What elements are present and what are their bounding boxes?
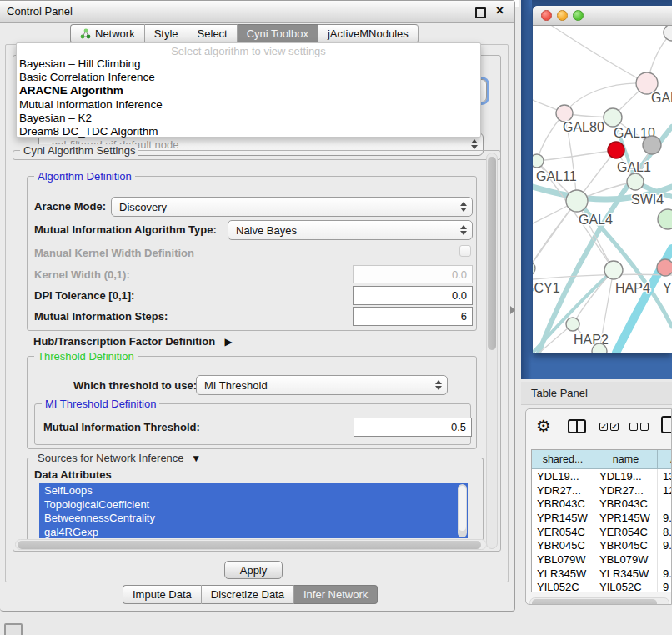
attribute-item-gal4rgexp[interactable]: gal4RGexp — [39, 525, 468, 538]
deselect-all-icon[interactable] — [629, 422, 638, 431]
network-node-swi4[interactable] — [627, 173, 644, 190]
column-header-shared[interactable]: shared... — [532, 450, 594, 468]
minimize-traffic-light-icon[interactable] — [557, 10, 568, 21]
dropdown-item-basic-correlation-inference[interactable]: Basic Correlation Inference — [17, 71, 480, 84]
attribute-item-selfloops[interactable]: SelfLoops — [39, 483, 468, 498]
apply-button[interactable]: Apply — [224, 561, 283, 579]
network-node-gal10[interactable] — [604, 108, 622, 127]
tab-label: Cyni Toolbox — [247, 28, 308, 40]
dpi-tolerance-field[interactable]: 0.0 — [353, 286, 473, 305]
network-node-gcy1[interactable] — [533, 262, 535, 275]
network-node-gal80[interactable] — [556, 105, 573, 122]
algorithm-dropdown-list: Select algorithm to view settings Bayesi… — [16, 42, 481, 138]
table-cell: YDR27... — [532, 483, 594, 498]
network-node-y[interactable] — [657, 259, 672, 276]
tab-select[interactable]: Select — [188, 24, 238, 43]
tab-network[interactable]: Network — [70, 24, 145, 43]
split-pane-handle-icon[interactable] — [510, 306, 515, 314]
table-cell: YBR043C — [532, 497, 594, 511]
network-node[interactable] — [592, 343, 607, 352]
scrollbar-thumb[interactable] — [459, 486, 466, 531]
which-threshold-combo[interactable]: MI Threshold — [196, 375, 448, 395]
table-cell: YBR045C — [532, 538, 594, 552]
settings-vertical-scrollbar[interactable] — [486, 152, 498, 549]
network-canvas[interactable]: GALGAL80GAL10GAL11GAL1SWI4GAL4GCY1HAP4YH… — [533, 26, 672, 352]
threshold-definition-group: Threshold Definition Which threshold to … — [27, 356, 477, 449]
dropdown-item-bayesian-hill-climbing[interactable]: Bayesian – Hill Climbing — [17, 58, 480, 71]
settings-horizontal-scrollbar[interactable] — [15, 539, 487, 550]
dropdown-item-bayesian-k2[interactable]: Bayesian – K2 — [17, 112, 480, 125]
combo-stepper-icon — [469, 138, 479, 150]
tab-discretize-data[interactable]: Discretize Data — [202, 585, 294, 604]
table-toolbar: ⚙ ✓ ✓ — [526, 409, 671, 446]
deselect-all-icon[interactable] — [640, 422, 649, 431]
attribute-item-topologicalcoefficient[interactable]: TopologicalCoefficient — [39, 498, 468, 512]
group-title: MI Threshold Definition — [42, 398, 159, 410]
table-horizontal-scrollbar[interactable] — [529, 598, 669, 605]
select-all-icon[interactable]: ✓ — [610, 422, 619, 431]
kernel-width-field[interactable]: 0.0 — [353, 265, 473, 283]
network-node[interactable] — [658, 209, 672, 229]
zoom-traffic-light-icon[interactable] — [573, 10, 584, 21]
scrollbar-thumb[interactable] — [18, 541, 481, 549]
expand-right-icon: ▶ — [225, 336, 233, 348]
float-window-icon[interactable] — [475, 8, 486, 18]
table-row[interactable]: YLR345WYLR345W9. — [532, 567, 672, 581]
split-columns-icon[interactable] — [568, 419, 586, 433]
table-row[interactable]: YBL079WYBL079W — [532, 552, 672, 567]
network-node-gal4[interactable] — [566, 190, 588, 212]
collapse-down-icon[interactable]: ▼ — [191, 452, 201, 464]
column-header-name[interactable]: name — [594, 450, 658, 468]
attributes-list-scrollbar[interactable] — [458, 484, 467, 538]
table-row[interactable]: YDR27...YDR27...12 — [532, 483, 672, 498]
corner-widget-button[interactable] — [4, 623, 23, 635]
network-node-hap4[interactable] — [604, 261, 623, 279]
close-icon[interactable]: ✕ — [495, 4, 504, 17]
tab-jactivemnodules[interactable]: jActiveMNodules — [318, 24, 419, 43]
column-header-a[interactable]: A — [658, 450, 672, 468]
table-cell: 8. — [658, 525, 672, 539]
select-all-icon[interactable]: ✓ — [599, 422, 608, 431]
table-row[interactable]: YIL052CYIL052C9 — [532, 581, 672, 593]
network-node[interactable] — [664, 26, 672, 41]
mi-threshold-field[interactable]: 0.5 — [354, 418, 472, 437]
mi-type-combo[interactable]: Naive Bayes — [228, 220, 473, 240]
node-label: GAL1 — [617, 160, 651, 174]
table-row[interactable]: YBR045CYBR045C9. — [532, 538, 672, 552]
manual-kernel-checkbox[interactable] — [459, 245, 471, 257]
network-node-hap2[interactable] — [566, 318, 579, 331]
data-attributes-label: Data Attributes — [34, 468, 112, 481]
table-cell: YBL079W — [594, 552, 658, 567]
mi-steps-field[interactable]: 6 — [353, 307, 473, 326]
hub-tf-definition-toggle[interactable]: Hub/Transcription Factor Definition ▶ — [33, 333, 233, 348]
dropdown-item-mutual-information-inference[interactable]: Mutual Information Inference — [17, 98, 480, 112]
network-edge — [537, 150, 616, 161]
tab-impute-data[interactable]: Impute Data — [123, 585, 202, 604]
scrollbar-thumb[interactable] — [488, 157, 496, 350]
aracne-mode-combo[interactable]: Discovery — [111, 197, 473, 217]
scrollbar-thumb[interactable] — [532, 599, 657, 605]
tab-label: Select — [198, 28, 228, 40]
dropdown-item-dream8-dc-tdc-algorithm[interactable]: Dream8 DC_TDC Algorithm — [17, 125, 480, 138]
which-threshold-label: Which threshold to use: — [73, 379, 197, 392]
table-row[interactable]: YPR145WYPR145W9. — [532, 511, 672, 525]
attribute-item-betweennesscentrality[interactable]: BetweennessCentrality — [39, 512, 468, 526]
data-attributes-list[interactable]: SelfLoopsTopologicalCoefficientBetweenne… — [39, 483, 468, 538]
gear-icon[interactable]: ⚙ — [536, 416, 551, 436]
network-node[interactable] — [643, 136, 661, 154]
table-cell: 9. — [658, 538, 672, 552]
network-node-gal11[interactable] — [533, 154, 544, 168]
tab-label: Infer Network — [303, 588, 368, 601]
export-table-icon[interactable] — [661, 416, 672, 433]
network-node-gal1[interactable] — [608, 142, 624, 158]
table-cell: YBR043C — [594, 497, 658, 511]
close-traffic-light-icon[interactable] — [541, 10, 552, 21]
tab-infer-network[interactable]: Infer Network — [294, 585, 378, 604]
dropdown-item-aracne-algorithm[interactable]: ARACNE Algorithm — [17, 84, 480, 98]
table-row[interactable]: YER054CYER054C8. — [532, 525, 672, 539]
node-label: SWI4 — [631, 192, 664, 207]
table-row[interactable]: YBR043CYBR043C — [532, 497, 672, 511]
tab-cyni-toolbox[interactable]: Cyni Toolbox — [238, 24, 318, 43]
tab-style[interactable]: Style — [145, 24, 188, 43]
table-row[interactable]: YDL19...YDL19...13 — [532, 469, 672, 483]
